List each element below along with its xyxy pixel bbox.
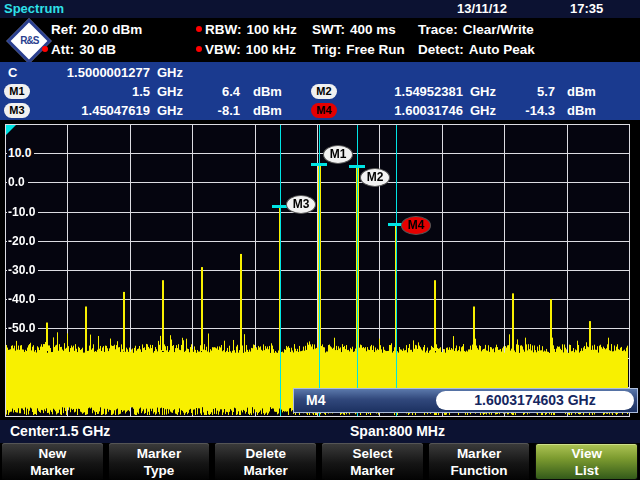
m1-level: 6.4: [186, 82, 240, 101]
marker-value-popup: M4 1.6003174603 GHz: [293, 388, 638, 413]
vbw-setting: VBW:100 kHz: [196, 40, 310, 60]
y-axis-tick-label: -10.0: [7, 204, 38, 220]
marker-badge-m4: M4: [311, 103, 337, 118]
coupled-dot: [42, 46, 48, 52]
marker-label-m3: M3: [286, 195, 316, 214]
m2-freq-unit: GHz: [470, 82, 496, 101]
m1-level-unit: dBm: [253, 82, 282, 101]
softkey-delete-marker[interactable]: DeleteMarker: [215, 443, 316, 480]
m1-freq-unit: GHz: [157, 82, 183, 101]
sweep-time-setting: SWT:400 ms: [312, 20, 420, 40]
marker-row-m1-m2: M1 1.5 GHz 6.4 dBm M2 1.54952381 GHz 5.7…: [0, 82, 640, 101]
softkey-select-marker[interactable]: SelectMarker: [322, 443, 423, 480]
attenuation-setting: Att:30 dB: [42, 40, 194, 60]
marker-label-m1: M1: [323, 145, 353, 164]
m3-level-unit: dBm: [253, 101, 282, 120]
spectrum-plot: 10.00.0-10.0-20.0-30.0-40.0-50.0 M1M2M3M…: [0, 124, 640, 417]
m4-level: -14.3: [498, 101, 555, 120]
softkey-new-marker[interactable]: NewMarker: [2, 443, 103, 480]
grid-vline: [629, 124, 630, 417]
date-display: 13/11/12: [457, 1, 507, 16]
center-freq-value: 1.5000001277: [36, 63, 150, 82]
marker-line-m4: [396, 125, 397, 416]
y-axis-tick-label: -20.0: [7, 233, 38, 249]
y-axis-tick-label: -40.0: [7, 291, 38, 307]
marker-badge-m1: M1: [4, 84, 30, 99]
m4-level-unit: dBm: [567, 101, 596, 120]
settings-col-trace: Trace:Clear/Write Detect:Auto Peak: [418, 20, 638, 60]
softkey-view-list[interactable]: ViewList: [535, 443, 638, 480]
m3-frequency: 1.45047619: [36, 101, 150, 120]
settings-col-sweep: SWT:400 ms Trig:Free Run: [312, 20, 420, 60]
trace-mode-setting: Trace:Clear/Write: [418, 20, 638, 40]
m4-frequency: 1.60031746: [345, 101, 463, 120]
m4-freq-unit: GHz: [470, 101, 496, 120]
title-bar: Spectrum 13/11/12 17:35: [0, 0, 640, 18]
m2-level: 5.7: [498, 82, 555, 101]
marker-row-m3-m4: M3 1.45047619 GHz -8.1 dBm M4 1.60031746…: [0, 101, 640, 120]
marker-tick-m2: [349, 165, 365, 168]
marker-line-m2: [357, 125, 358, 416]
marker-line-m1: [319, 125, 320, 416]
center-frequency: Center:1.5 GHz: [10, 420, 110, 442]
popup-marker-frequency-field[interactable]: 1.6003174603 GHz: [436, 391, 634, 410]
trace1-indicator-icon: [6, 125, 16, 135]
trigger-setting: Trig:Free Run: [312, 40, 420, 60]
frequency-axis-bar: Center:1.5 GHz Span:800 MHz: [0, 420, 640, 443]
y-axis-tick-label: -30.0: [7, 262, 38, 278]
settings-col-bw: RBW:100 kHz VBW:100 kHz: [196, 20, 310, 60]
marker-label-m4: M4: [401, 216, 431, 235]
grid-hline: [5, 416, 630, 417]
detector-setting: Detect:Auto Peak: [418, 40, 638, 60]
m1-frequency: 1.5: [36, 82, 150, 101]
m3-level: -8.1: [186, 101, 240, 120]
trace-canvas: [5, 124, 629, 416]
softkey-marker-function[interactable]: MarkerFunction: [429, 443, 530, 480]
center-freq-label: C: [8, 63, 17, 82]
settings-col-ref-att: Ref:20.0 dBm Att:30 dB: [42, 20, 194, 60]
softkey-bar: NewMarker MarkerType DeleteMarker Select…: [0, 443, 640, 480]
spectrum-analyzer-screen: Spectrum 13/11/12 17:35 R&S Ref:20.0 dBm…: [0, 0, 640, 480]
y-axis-tick-label: -50.0: [7, 320, 38, 336]
coupled-dot: [196, 26, 202, 32]
marker-label-m2: M2: [360, 168, 390, 187]
m2-frequency: 1.54952381: [345, 82, 463, 101]
m2-level-unit: dBm: [567, 82, 596, 101]
m3-freq-unit: GHz: [157, 101, 183, 120]
y-axis-tick-label: 0.0: [7, 174, 28, 190]
marker-line-m3: [280, 125, 281, 416]
app-mode-title: Spectrum: [4, 1, 64, 16]
span-value: Span:800 MHz: [350, 420, 445, 442]
marker-badge-m2: M2: [311, 84, 337, 99]
center-freq-row: C 1.5000001277 GHz: [0, 63, 640, 82]
rbw-setting: RBW:100 kHz: [196, 20, 310, 40]
marker-tick-m1: [311, 163, 327, 166]
coupled-dot: [196, 46, 202, 52]
popup-marker-id: M4: [306, 389, 325, 412]
ref-level-setting: Ref:20.0 dBm: [42, 20, 194, 40]
y-axis-tick-label: 10.0: [7, 145, 34, 161]
softkey-marker-type[interactable]: MarkerType: [109, 443, 210, 480]
marker-readout-table: C 1.5000001277 GHz M1 1.5 GHz 6.4 dBm M2…: [0, 62, 640, 120]
settings-header: R&S Ref:20.0 dBm Att:30 dB RBW:100 kHz V…: [0, 18, 640, 62]
time-display: 17:35: [570, 1, 603, 16]
center-freq-unit: GHz: [157, 63, 183, 82]
marker-badge-m3: M3: [4, 103, 30, 118]
